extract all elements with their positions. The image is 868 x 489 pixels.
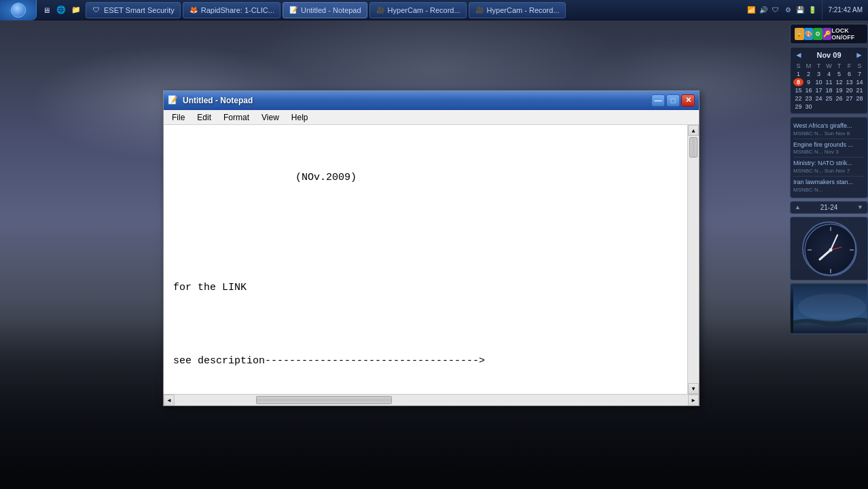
security-icon[interactable]: 🛡 xyxy=(770,5,781,16)
news-item-3[interactable]: Ministry: NATO strik... MSNBC N... Sun N… xyxy=(793,158,865,177)
news-title-4: Iran lawmakers stan... xyxy=(793,179,865,187)
news-title-3: Ministry: NATO strik... xyxy=(793,160,865,168)
start-button[interactable] xyxy=(0,0,37,20)
text-line-7 xyxy=(173,388,678,394)
cal-next-button[interactable]: ► xyxy=(854,50,865,60)
show-desktop-icon[interactable]: 🖥 xyxy=(39,3,53,17)
cal-day-3-2[interactable]: 24 xyxy=(814,94,824,103)
right-panel: 🔒 🎨 ⚙ 🔑 LOCK ON/OFF ◄ Nov 09 ► S M T W xyxy=(790,24,868,334)
scroll-down-button[interactable]: ▼ xyxy=(688,383,699,394)
news-item-4[interactable]: Iran lawmakers stan... MSNBC N... xyxy=(793,177,865,195)
news-item-1[interactable]: West Africa's giraffe... MSNBC N... Sun … xyxy=(793,120,865,139)
cal-day-1-0[interactable]: 8 xyxy=(793,78,803,86)
taskbar-app-hypercam2[interactable]: 🎥 HyperCam - Record... xyxy=(469,2,566,18)
lock2-icon[interactable]: 🔑 xyxy=(822,28,832,40)
cal-day-0-3[interactable]: 4 xyxy=(824,70,834,78)
cal-prev-button[interactable]: ◄ xyxy=(793,50,804,60)
volume-dropdown-icon[interactable]: ▼ xyxy=(857,204,863,211)
folder-icon[interactable]: 📁 xyxy=(69,3,83,17)
cal-day-2-1[interactable]: 16 xyxy=(803,86,814,94)
cal-day-1-1[interactable]: 9 xyxy=(803,78,814,86)
taskbar-app-rapidshare[interactable]: 🦊 RapidShare: 1-CLIC... xyxy=(183,2,281,18)
cal-day-3-6[interactable]: 28 xyxy=(854,94,865,103)
cal-day-0-0[interactable]: 1 xyxy=(793,70,803,78)
network-icon[interactable]: 📶 xyxy=(746,5,757,16)
close-button[interactable]: ✕ xyxy=(681,94,695,107)
color-icon[interactable]: 🎨 xyxy=(804,28,814,40)
clock-face xyxy=(802,221,856,276)
cal-header-sat: S xyxy=(854,62,865,70)
menu-format[interactable]: Format xyxy=(218,111,255,124)
cal-day-0-5[interactable]: 6 xyxy=(844,70,854,78)
cal-day-2-4[interactable]: 19 xyxy=(834,86,844,94)
cal-day-0-6[interactable]: 7 xyxy=(854,70,865,78)
scroll-thumb-v[interactable] xyxy=(689,137,698,158)
cal-day-0-4[interactable]: 5 xyxy=(834,70,844,78)
cal-day-2-3[interactable]: 18 xyxy=(824,86,834,94)
quick-launch: 🖥 🌐 📁 xyxy=(39,0,83,20)
scroll-thumb-h[interactable] xyxy=(256,396,392,404)
cal-day-1-5[interactable]: 13 xyxy=(844,78,854,86)
notepad-text-area[interactable]: (NOv.2009) for the LINK see description-… xyxy=(164,125,687,394)
text-line-5 xyxy=(173,315,678,333)
cal-day-1-4[interactable]: 12 xyxy=(834,78,844,86)
window-titlebar: 📝 Untitled - Notepad — □ ✕ xyxy=(164,91,699,110)
lock-icon[interactable]: 🔒 xyxy=(795,28,804,40)
text-line-2 xyxy=(173,205,678,223)
start-orb xyxy=(11,3,26,18)
clock-display[interactable]: 7:21:42 AM xyxy=(822,0,868,20)
news-item-2[interactable]: Engine fire grounds ... MSNBC N... Nov 3 xyxy=(793,139,865,158)
cal-day-4-1[interactable]: 30 xyxy=(803,103,814,111)
scroll-left-button[interactable]: ◄ xyxy=(164,395,175,406)
cal-day-3-4[interactable]: 26 xyxy=(834,94,844,103)
news-title-1: West Africa's giraffe... xyxy=(793,122,865,130)
cal-day-2-0[interactable]: 15 xyxy=(793,86,803,94)
cal-day-1-3[interactable]: 11 xyxy=(824,78,834,86)
news-widget: West Africa's giraffe... MSNBC N... Sun … xyxy=(790,117,868,198)
hypercam1-icon: 🎥 xyxy=(376,5,385,15)
scroll-up-button[interactable]: ▲ xyxy=(688,125,699,136)
ie-icon[interactable]: 🌐 xyxy=(54,3,68,17)
cal-day-2-6[interactable]: 21 xyxy=(854,86,865,94)
rapidshare-icon: 🦊 xyxy=(189,5,198,15)
cal-day-3-5[interactable]: 27 xyxy=(844,94,854,103)
cal-day-3-3[interactable]: 25 xyxy=(824,94,834,103)
usb-icon[interactable]: 💾 xyxy=(795,5,806,16)
cal-header-sun: S xyxy=(793,62,803,70)
volume-icon[interactable]: 🔊 xyxy=(758,5,769,16)
cal-day-0-2[interactable]: 3 xyxy=(814,70,824,78)
update-icon[interactable]: ⚙ xyxy=(782,5,793,16)
cal-day-4-2 xyxy=(814,103,824,111)
minimize-button[interactable]: — xyxy=(651,94,665,107)
volume-up-icon[interactable]: ▲ xyxy=(795,204,801,211)
scroll-right-button[interactable]: ► xyxy=(688,395,699,406)
cal-header-thu: T xyxy=(834,62,844,70)
taskbar-app-eset[interactable]: 🛡 ESET Smart Security xyxy=(86,2,181,18)
cal-day-1-6[interactable]: 14 xyxy=(854,78,865,86)
scroll-up-icon: ▲ xyxy=(691,128,696,134)
calendar-nav: ◄ Nov 09 ► xyxy=(793,50,865,60)
cal-day-3-1[interactable]: 23 xyxy=(803,94,814,103)
cal-day-3-0[interactable]: 22 xyxy=(793,94,803,103)
taskbar-app-hypercam1-label: HyperCam - Record... xyxy=(388,6,460,14)
thumbnail-svg xyxy=(793,287,868,334)
scroll-track-v[interactable] xyxy=(688,136,699,383)
cal-day-0-1[interactable]: 2 xyxy=(803,70,814,78)
maximize-button[interactable]: □ xyxy=(666,94,680,107)
cal-day-1-2[interactable]: 10 xyxy=(814,78,824,86)
taskbar-app-hypercam1[interactable]: 🎥 HyperCam - Record... xyxy=(369,2,467,18)
cal-day-2-2[interactable]: 17 xyxy=(814,86,824,94)
battery-icon[interactable]: 🔋 xyxy=(807,5,818,16)
scroll-track-h[interactable] xyxy=(175,395,688,405)
menu-edit[interactable]: Edit xyxy=(192,111,217,124)
menu-help[interactable]: Help xyxy=(286,111,314,124)
settings-icon[interactable]: ⚙ xyxy=(813,28,822,40)
taskbar-app-notepad[interactable]: 📝 Untitled - Notepad xyxy=(283,2,367,18)
volume-value: 21-24 xyxy=(820,204,838,211)
cal-day-4-0[interactable]: 29 xyxy=(793,103,803,111)
cal-header-mon: M xyxy=(803,62,814,70)
menu-view[interactable]: View xyxy=(256,111,285,124)
hypercam2-icon: 🎥 xyxy=(475,5,484,15)
cal-day-2-5[interactable]: 20 xyxy=(844,86,854,94)
menu-file[interactable]: File xyxy=(166,111,190,124)
